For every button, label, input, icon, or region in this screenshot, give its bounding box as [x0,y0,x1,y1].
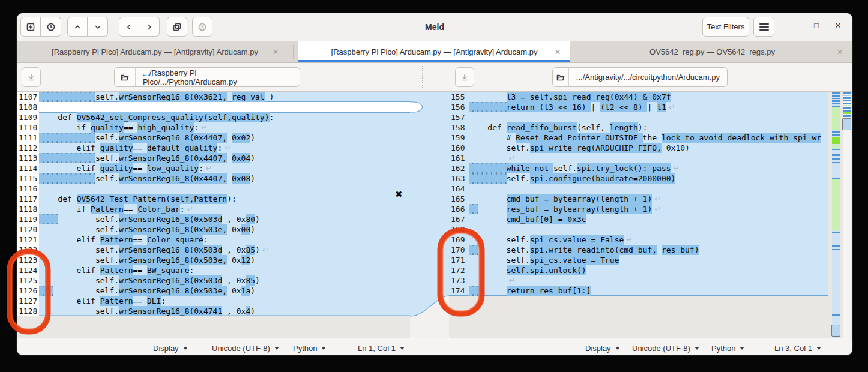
stop-button[interactable] [192,17,212,37]
diff-overview-map[interactable] [843,92,851,338]
recent-comparisons-button[interactable] [41,17,61,37]
tab-close-icon[interactable]: ✕ [555,48,561,56]
diff-chunk-mark [832,134,840,136]
line-number: 1120 [17,224,39,235]
close-window-button[interactable]: ✕ [832,21,844,30]
line-number: 1112 [17,143,39,153]
code-line: 1119 self.wrSensorReg16_8(0x503d , 0x80) [17,214,410,224]
code-line: 1110 if quality== high_quality:↵ [17,122,410,133]
diff-chunk-mark [832,106,840,107]
code-line: 171 self.spi_cs.value = True [449,255,828,265]
status-bar: Display Unicode (UTF-8) Python Ln 1, Col… [17,338,852,355]
newline-marker: ↵ [222,143,231,152]
code-line: 158 def read_fifo_burst(self, length): [449,122,828,133]
display-menu-left[interactable]: Display [153,338,188,355]
code-text: self.wrSensorReg16_8(0x503d , 0x80) [39,214,260,224]
right-file-chooser[interactable]: .../Antigravity/.../circuitpython/Arduca… [552,67,728,87]
previous-pane-button[interactable] [119,17,139,37]
line-number: 169 [449,235,469,245]
diff-chunk-mark [832,137,840,144]
tab-comparison-1[interactable]: [Raspberry Pi Pico] Arducam.py — [Antigr… [22,41,288,62]
diff-chunk-mark [832,249,840,250]
diff-chunk-mark [832,131,840,133]
diff-chunk-mark [843,92,851,94]
tab-label: [Raspberry Pi Pico] Arducam.py — [Antigr… [331,47,538,56]
diff-chunk-mark [832,314,840,316]
encoding-menu-left[interactable]: Unicode (UTF-8) [212,338,279,355]
copy-all-button[interactable] [167,17,187,37]
diff-chunk-mark [843,105,851,106]
save-right-button[interactable] [455,67,474,87]
save-left-button[interactable] [22,67,41,87]
code-line: 163 self.spi.configure(baudrate=2000000) [449,173,828,184]
line-number: 172 [449,265,469,275]
right-editor-pane[interactable]: 155 l3 = self.spi_read_reg(0x44) & 0x7f1… [449,92,828,338]
delete-chunk-icon[interactable]: ✖ [395,189,403,200]
save-download-icon [26,73,36,82]
line-number: 1108 [17,102,39,112]
line-number: 159 [449,133,469,143]
scrollbar-thumb[interactable] [842,118,851,130]
code-line: 161 ↵ [449,153,828,163]
toolbar-group-new [20,17,61,37]
header-bar: Meld Text Filters – □ ✕ [17,13,852,41]
code-text: return (l3 << 16) | (l2 << 8) | l1↵ [469,102,675,112]
code-line: 165 cmd_buf = bytearray(length + 1)↵ [449,194,828,204]
text-filters-button[interactable]: Text Filters [702,17,749,37]
code-line: 166 res_buf = bytearray(length + 1)↵ [449,204,828,214]
line-number: 157 [449,112,469,122]
tab-close-icon[interactable]: ✕ [837,48,843,56]
cursor-position-left[interactable]: Ln 1, Col 1 [358,338,405,355]
hamburger-menu-icon [759,23,769,31]
tab-comparison-2-active[interactable]: [Raspberry Pi Pico] Arducam.py — [Antigr… [298,41,570,62]
syntax-menu-right[interactable]: Python [711,338,744,355]
code-line: 1113 self.wrSensorReg16_8(0x4407, 0x04) [17,153,410,163]
diff-chunk-mark [843,110,851,112]
line-number: 166 [449,204,469,214]
line-number: 1117 [17,194,39,204]
code-text: self.wrSensorReg16_8(0x4407, 0x04) [39,153,255,163]
code-line: 155 l3 = self.spi_read_reg(0x44) & 0x7f [449,92,828,102]
cursor-position-right[interactable]: Ln 3, Col 1 [774,338,821,355]
next-change-button[interactable] [88,17,108,37]
right-pane-scrollbar[interactable] [832,92,840,338]
syntax-menu-left[interactable]: Python [293,338,326,355]
code-line: 168 [449,224,828,235]
code-text: self.spi_write_reg(ARDUCHIP_FIFO, 0x10) [469,143,690,153]
code-text: l3 = self.spi_read_reg(0x44) & 0x7f [469,92,671,102]
tab-close-icon[interactable]: ✕ [273,48,279,56]
diff-chunk-mark [843,112,851,114]
tab-comparison-3[interactable]: OV5642_reg.py — OV5642_regs.py ✕ [572,41,852,62]
code-text: cmd_buf = bytearray(length + 1)↵ [469,194,661,204]
scrollbar-thumb[interactable] [831,325,840,337]
display-menu-right[interactable]: Display [585,338,620,355]
chevron-up-icon [73,22,82,32]
diff-chunk-mark [843,107,851,109]
left-file-chooser[interactable]: .../Raspberry Pi Pico/.../Python/Arducam… [114,67,300,87]
minimize-button[interactable]: – [786,21,798,30]
menu-button[interactable] [753,17,774,37]
code-line: 1111 self.wrSensorReg16_8(0x4407, 0x02) [17,133,410,143]
code-text: self.wrSensorReg16_8(0x3621, reg_val ) [39,92,274,102]
diff-chunk-mark [832,103,840,104]
previous-change-button[interactable] [67,17,88,37]
folder-open-icon [553,68,569,86]
next-pane-button[interactable] [139,17,160,37]
new-comparison-button[interactable] [20,17,41,37]
code-line: 1123 self.wrSensorReg16_8(0x503e, 0x12) [17,255,410,265]
code-line: 1118 if Pattern== Color_bar:↵ [17,204,410,214]
line-number: 1122 [17,245,39,255]
code-line: 159 # Reset Read Pointer OUTSIDE the loc… [449,133,828,143]
line-number: 1115 [17,173,39,184]
left-editor-pane[interactable]: 1107 self.wrSensorReg16_8(0x3621, reg_va… [17,92,410,338]
new-comparison-icon [26,22,35,32]
line-number: 1128 [17,306,39,316]
line-number: 1111 [17,133,39,143]
encoding-menu-right[interactable]: Unicode (UTF-8) [632,338,699,355]
newline-marker: ↵ [652,194,661,203]
code-text: ↵ [469,275,516,286]
diff-chunk-mark [843,95,851,96]
code-line: 1117 def OV5642_Test_Pattern(self,Patter… [17,194,410,204]
maximize-button[interactable]: □ [810,21,822,30]
line-number: 1109 [17,112,39,122]
